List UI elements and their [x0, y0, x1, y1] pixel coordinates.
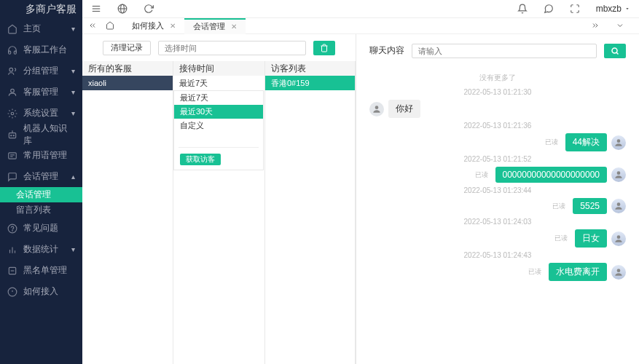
- time-picker[interactable]: [158, 41, 306, 55]
- refresh-icon[interactable]: [144, 4, 154, 14]
- nav-item[interactable]: 机器人知识库: [0, 124, 82, 145]
- time-dd-option[interactable]: 最近30天: [174, 105, 263, 119]
- chat-search-input[interactable]: [412, 44, 597, 58]
- tabs-dropdown-icon[interactable]: [616, 21, 626, 31]
- message-bubble: 你好: [388, 100, 420, 118]
- fullscreen-icon[interactable]: [570, 4, 580, 14]
- svg-point-30: [617, 171, 621, 175]
- globe-icon[interactable]: [117, 4, 128, 14]
- read-indicator: 已读: [528, 267, 541, 277]
- nav-sub-item[interactable]: 留言列表: [0, 202, 82, 218]
- menu-icon[interactable]: [91, 4, 101, 14]
- nav-label: 分组管理: [23, 65, 71, 77]
- nav-label: 客服工作台: [23, 44, 75, 56]
- time-dropdown: 最近7天 最近30天 自定义 获取访客: [173, 90, 264, 170]
- message-timestamp: 2022-05-13 01:21:36: [369, 122, 626, 130]
- tabs-home-icon[interactable]: [106, 21, 116, 31]
- nav-label: 客服管理: [23, 86, 71, 98]
- chevron-down-icon: ▾: [71, 88, 75, 96]
- home-icon: [7, 24, 17, 34]
- clear-history-button[interactable]: 清理记录: [103, 41, 151, 55]
- nav-item[interactable]: 数据统计▾: [0, 239, 82, 260]
- message-row: 已读日女: [369, 229, 626, 248]
- svg-point-26: [612, 48, 617, 53]
- nav-label: 常用语管理: [23, 149, 75, 162]
- nav-item[interactable]: 系统设置▾: [0, 103, 82, 124]
- sidebar: 多商户客服 主页▾客服工作台分组管理▾客服管理▾系统设置▾机器人知识库常用语管理…: [0, 0, 82, 364]
- nav-item[interactable]: 常用语管理: [0, 145, 82, 166]
- message-row: 已读5525: [369, 198, 626, 214]
- time-dd-option[interactable]: 最近7天: [174, 91, 263, 105]
- message-timestamp: 2022-05-13 01:21:30: [369, 88, 626, 96]
- tab[interactable]: 如何接入✕: [123, 18, 184, 34]
- message-timestamp: 2022-05-13 01:21:52: [369, 155, 626, 163]
- tab[interactable]: 会话管理✕: [184, 18, 246, 34]
- nav-item[interactable]: 客服管理▾: [0, 82, 82, 103]
- message-bubble: 日女: [575, 229, 607, 248]
- delete-button[interactable]: [313, 41, 335, 55]
- svg-point-4: [11, 135, 12, 135]
- time-dd-option[interactable]: 自定义: [174, 119, 263, 132]
- gear-icon: [7, 108, 17, 119]
- headset-icon: [7, 45, 17, 55]
- avatar: [611, 135, 626, 150]
- message-timestamp: 2022-05-13 01:24:03: [369, 218, 626, 226]
- avatar: [611, 167, 626, 182]
- content: 清理记录 所有的客服 接待时间 访客列表 xiaoli 最近7: [82, 34, 639, 364]
- time-option[interactable]: 最近7天: [173, 76, 264, 90]
- nav-item[interactable]: 黑名单管理: [0, 260, 82, 281]
- chevron-up-icon: ▴: [71, 173, 75, 181]
- message-bubble: 水电费离开: [549, 263, 607, 281]
- messages-list[interactable]: 没有更多了2022-05-13 01:21:30你好2022-05-13 01:…: [369, 67, 626, 364]
- svg-point-32: [617, 235, 621, 239]
- group-icon: [7, 66, 17, 76]
- read-indicator: 已读: [552, 202, 565, 211]
- svg-point-2: [11, 112, 14, 115]
- message-icon[interactable]: [544, 4, 554, 14]
- chat-icon: [7, 172, 17, 182]
- nav-item[interactable]: 分组管理▾: [0, 60, 82, 82]
- user-menu[interactable]: mbxzb: [596, 4, 630, 14]
- filter-columns-header: 所有的客服 接待时间 访客列表: [82, 61, 356, 76]
- nav-sub-item[interactable]: 会话管理: [0, 187, 82, 202]
- svg-point-33: [617, 269, 621, 272]
- agents-column: xiaoli: [82, 76, 173, 364]
- svg-rect-3: [9, 132, 15, 138]
- robot-icon: [7, 130, 17, 140]
- nav-item[interactable]: 常见问题: [0, 218, 82, 239]
- agent-row[interactable]: xiaoli: [82, 76, 173, 90]
- nav-item[interactable]: 客服工作台: [0, 39, 82, 60]
- custom-time-input[interactable]: [179, 134, 259, 148]
- message-timestamp: 2022-05-13 01:23:44: [369, 186, 626, 194]
- col-time-header: 接待时间: [173, 61, 265, 76]
- user-icon: [7, 87, 17, 98]
- message-bubble: 00000000000000000000: [495, 167, 607, 183]
- nav-label: 主页: [23, 23, 71, 35]
- svg-point-11: [12, 230, 13, 231]
- svg-point-10: [8, 224, 17, 233]
- chevron-down-icon: ▾: [71, 25, 75, 33]
- phrase-icon: [7, 151, 17, 161]
- nav-item[interactable]: 如何接入: [0, 281, 82, 302]
- visitor-row[interactable]: 香港0#159: [265, 76, 355, 90]
- chevron-down-icon: ▾: [71, 109, 75, 117]
- message-row: 已读44解决: [369, 133, 626, 151]
- chat-search-button[interactable]: [604, 44, 626, 58]
- read-indicator: 已读: [475, 170, 488, 180]
- close-icon[interactable]: ✕: [231, 23, 237, 31]
- svg-line-27: [616, 52, 619, 55]
- get-visitors-button[interactable]: 获取访客: [180, 154, 221, 165]
- nav-item[interactable]: 主页▾: [0, 18, 82, 39]
- main: mbxzb 如何接入✕会话管理✕ 清理记录: [82, 0, 639, 364]
- tabs-back-icon[interactable]: [88, 21, 98, 31]
- avatar: [611, 232, 626, 246]
- read-indicator: 已读: [554, 234, 568, 243]
- topbar: mbxzb: [82, 0, 639, 18]
- bell-icon[interactable]: [517, 4, 528, 14]
- close-icon[interactable]: ✕: [170, 22, 176, 30]
- tab-label: 会话管理: [193, 21, 225, 32]
- nav-label: 数据统计: [23, 243, 71, 256]
- nav-item[interactable]: 会话管理▴: [0, 166, 82, 187]
- tabs-forward-icon[interactable]: [591, 21, 601, 31]
- tabs-bar: 如何接入✕会话管理✕: [82, 18, 639, 34]
